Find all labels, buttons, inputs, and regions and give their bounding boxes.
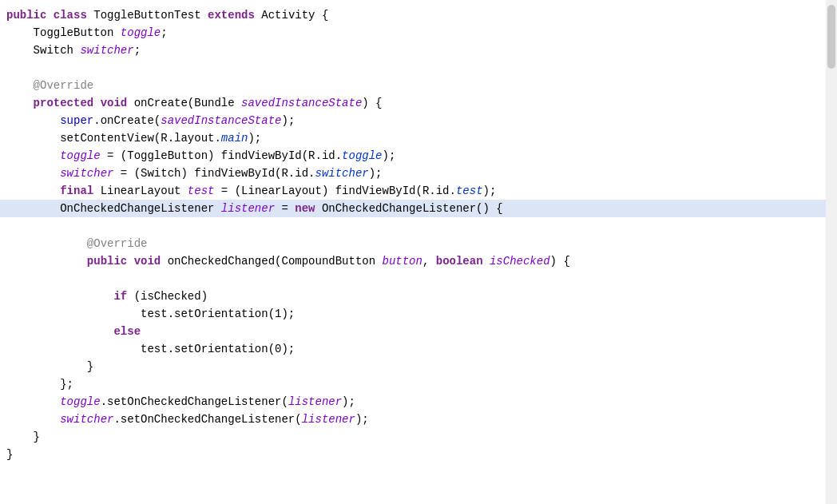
code-token — [6, 235, 87, 252]
code-token: test — [456, 182, 483, 200]
code-token: boolean — [436, 252, 490, 270]
code-token: = (ToggleButton) findViewById(R.id. — [101, 147, 342, 165]
code-token: ); — [483, 182, 497, 200]
code-token: }; — [6, 375, 73, 393]
editor-container: public class ToggleButtonTest extends Ac… — [0, 0, 837, 504]
code-line: switcher.setOnCheckedChangeListener(list… — [0, 411, 826, 428]
code-line: @Override — [0, 77, 826, 94]
code-token: = — [275, 200, 295, 217]
code-token: listener — [288, 393, 342, 411]
code-token: if — [113, 288, 133, 305]
code-token: } — [6, 428, 40, 446]
code-line: Switch switcher; — [0, 42, 826, 59]
code-line: OnCheckedChangeListener listener = new O… — [0, 200, 826, 217]
code-token: new — [295, 200, 322, 217]
code-line: final LinearLayout test = (LinearLayout)… — [0, 182, 826, 200]
code-token: final — [60, 182, 100, 200]
code-line: }; — [0, 375, 826, 393]
code-token: public — [87, 252, 134, 270]
code-token: onCheckedChanged(CompoundButton — [168, 252, 383, 270]
code-token: ) { — [362, 94, 382, 112]
code-line: else — [0, 323, 826, 340]
code-line: public class ToggleButtonTest extends Ac… — [0, 6, 826, 24]
code-token: main — [221, 129, 248, 147]
code-token: ); — [342, 393, 355, 411]
code-token — [6, 288, 113, 305]
code-token: listener — [221, 200, 275, 217]
code-line — [0, 217, 826, 235]
code-token: class — [54, 6, 93, 24]
code-line: toggle = (ToggleButton) findViewById(R.i… — [0, 147, 826, 165]
code-token: Switch — [6, 42, 80, 59]
code-line: if (isChecked) — [0, 288, 826, 305]
code-token: toggle — [121, 24, 161, 42]
code-token: OnCheckedChangeListener() { — [322, 200, 503, 217]
code-line: toggle.setOnCheckedChangeListener(listen… — [0, 393, 826, 411]
code-token — [6, 165, 60, 182]
code-line: test.setOrientation(0); — [0, 340, 826, 358]
code-token: ; — [161, 24, 167, 42]
code-token: switcher — [60, 411, 113, 428]
code-token: .onCreate( — [93, 112, 161, 129]
code-token: ); — [383, 147, 396, 165]
code-token: ToggleButtonTest — [93, 6, 208, 24]
code-token: onCreate(Bundle — [134, 94, 241, 112]
code-line: super.onCreate(savedInstanceState); — [0, 112, 826, 129]
code-line — [0, 59, 826, 77]
code-token: Activity { — [261, 6, 328, 24]
code-token: isChecked — [490, 252, 550, 270]
code-token: test — [188, 182, 215, 200]
code-token: ); — [281, 112, 295, 129]
code-token — [6, 182, 60, 200]
code-token — [6, 411, 60, 428]
code-line: protected void onCreate(Bundle savedInst… — [0, 94, 826, 112]
code-line: test.setOrientation(1); — [0, 305, 826, 323]
code-token: ); — [355, 411, 369, 428]
code-token: protected — [34, 94, 101, 112]
code-area[interactable]: public class ToggleButtonTest extends Ac… — [0, 0, 826, 504]
code-token: test.setOrientation(0); — [6, 340, 295, 358]
code-line: } — [0, 428, 826, 446]
code-token: @Override — [34, 77, 94, 94]
code-token: toggle — [60, 147, 100, 165]
code-token: (isChecked) — [134, 288, 208, 305]
code-token: switcher — [80, 42, 133, 59]
code-token: ) { — [550, 252, 570, 270]
code-token — [6, 94, 34, 112]
code-token: else — [113, 323, 141, 340]
code-token: } — [6, 446, 13, 463]
code-token: super — [60, 112, 93, 129]
code-line: @Override — [0, 235, 826, 252]
code-line: } — [0, 358, 826, 375]
code-token: .setOnCheckedChangeListener( — [113, 411, 301, 428]
code-token: void — [134, 252, 168, 270]
code-token — [6, 252, 87, 270]
code-token — [6, 112, 60, 129]
code-line: setContentView(R.layout.main); — [0, 129, 826, 147]
code-token: setContentView(R.layout. — [6, 129, 221, 147]
code-token: savedInstanceState — [161, 112, 281, 129]
code-line — [0, 270, 826, 288]
code-token — [6, 77, 34, 94]
code-token: ToggleButton — [6, 24, 121, 42]
code-token: public — [6, 6, 54, 24]
code-token: @Override — [87, 235, 148, 252]
vertical-scrollbar[interactable] — [826, 0, 837, 504]
code-token: OnCheckedChangeListener — [6, 200, 221, 217]
code-token: extends — [208, 6, 261, 24]
code-token: savedInstanceState — [241, 94, 362, 112]
code-token: void — [101, 94, 134, 112]
code-token: ); — [369, 165, 383, 182]
code-token: ; — [134, 42, 141, 59]
code-token: .setOnCheckedChangeListener( — [101, 393, 288, 411]
code-token — [6, 147, 60, 165]
scrollbar-thumb[interactable] — [827, 5, 835, 69]
code-token: switcher — [315, 165, 368, 182]
code-token: ); — [248, 129, 261, 147]
code-line: ToggleButton toggle; — [0, 24, 826, 42]
code-token: listener — [302, 411, 355, 428]
code-token: = (LinearLayout) findViewById(R.id. — [214, 182, 455, 200]
code-token: , — [422, 252, 436, 270]
code-token: LinearLayout — [101, 182, 188, 200]
code-token: test.setOrientation(1); — [6, 305, 295, 323]
